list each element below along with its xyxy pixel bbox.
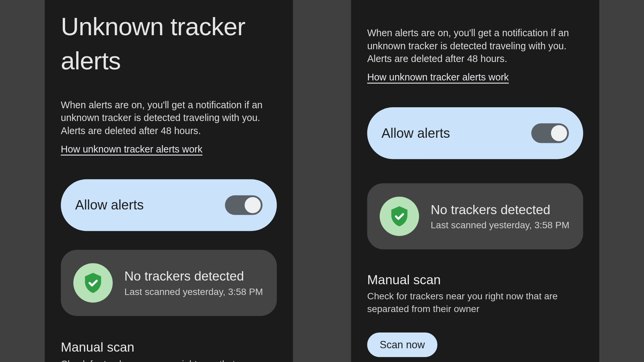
description-text: When alerts are on, you'll get a notific… — [61, 99, 277, 138]
phone-screen-left: Unknown tracker alerts When alerts are o… — [45, 0, 293, 362]
phone-screen-right: When alerts are on, you'll get a notific… — [351, 0, 599, 362]
description-text: When alerts are on, you'll get a notific… — [367, 27, 583, 66]
status-subtitle: Last scanned yesterday, 3:58 PM — [431, 220, 569, 230]
allow-alerts-card[interactable]: Allow alerts — [61, 179, 277, 231]
status-card: No trackers detected Last scanned yester… — [61, 250, 277, 316]
shield-check-icon — [73, 263, 113, 303]
comparison-stage: Unknown tracker alerts When alerts are o… — [0, 0, 644, 362]
status-subtitle: Last scanned yesterday, 3:58 PM — [124, 286, 263, 297]
shield-check-icon — [380, 197, 419, 236]
toggle-thumb — [551, 125, 567, 141]
manual-scan-heading: Manual scan — [61, 340, 277, 355]
scan-now-button[interactable]: Scan now — [367, 333, 437, 357]
how-it-works-link[interactable]: How unknown tracker alerts work — [61, 144, 202, 155]
how-it-works-link[interactable]: How unknown tracker alerts work — [367, 72, 509, 83]
toggle-thumb — [245, 197, 261, 213]
allow-alerts-toggle[interactable] — [531, 123, 569, 143]
allow-alerts-label: Allow alerts — [75, 198, 144, 213]
status-title: No trackers detected — [431, 202, 569, 217]
allow-alerts-label: Allow alerts — [381, 126, 450, 141]
status-card: No trackers detected Last scanned yester… — [367, 183, 583, 249]
status-text: No trackers detected Last scanned yester… — [124, 269, 263, 297]
page-title: Unknown tracker alerts — [61, 10, 277, 77]
manual-scan-description: Check for trackers near you right now th… — [61, 358, 277, 362]
manual-scan-description: Check for trackers near you right now th… — [367, 290, 583, 315]
status-text: No trackers detected Last scanned yester… — [431, 202, 569, 230]
status-title: No trackers detected — [124, 269, 263, 284]
allow-alerts-card[interactable]: Allow alerts — [367, 107, 583, 159]
manual-scan-heading: Manual scan — [367, 273, 583, 287]
allow-alerts-toggle[interactable] — [225, 195, 263, 215]
